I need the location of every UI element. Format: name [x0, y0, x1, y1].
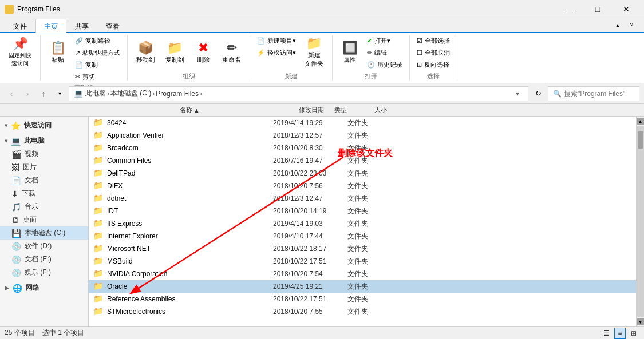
select-none-button[interactable]: ☐ 全部取消 — [414, 47, 452, 58]
recent-button[interactable]: ▾ — [53, 87, 66, 101]
search-icon: 🔍 — [553, 90, 562, 98]
table-row[interactable]: 📁 Internet Explorer 2019/4/10 17:44 文件夹 — [89, 230, 636, 242]
file-date: 2018/10/20 7:56 — [273, 182, 347, 190]
sidebar-item-music[interactable]: 🎵 音乐 — [0, 200, 88, 213]
scroll-track[interactable] — [637, 126, 644, 317]
col-date-header[interactable]: 修改日期 — [297, 106, 326, 114]
edit-button[interactable]: ✏ 编辑 — [365, 47, 405, 58]
close-button[interactable]: ✕ — [613, 0, 639, 18]
table-row[interactable]: 📁 Common Files 2016/7/16 19:47 文件夹 — [89, 154, 636, 167]
sidebar-this-pc-header[interactable]: ▾ 💻 此电脑 — [0, 134, 88, 147]
scroll-thumb[interactable] — [638, 131, 643, 149]
table-row[interactable]: 📁 IDT 2018/10/20 14:19 文件夹 — [89, 205, 636, 217]
list-view-button[interactable]: ☰ — [600, 328, 612, 339]
file-date: 2018/10/22 17:51 — [273, 257, 347, 265]
invert-selection-button[interactable]: ⊡ 反向选择 — [414, 59, 452, 70]
copy-path-button[interactable]: 🔗 复制路径 — [73, 35, 123, 46]
col-type-header[interactable]: 类型 — [332, 106, 349, 114]
file-date: 2018/12/3 12:57 — [273, 131, 347, 139]
breadcrumb-c-drive[interactable]: 本地磁盘 (C:) — [110, 89, 151, 98]
sidebar-item-pictures[interactable]: 🖼 图片 — [0, 161, 88, 174]
address-dropdown-button[interactable]: ▾ — [512, 87, 523, 101]
table-row[interactable]: 📁 STMicroelectronics 2018/10/20 7:55 文件夹 — [89, 305, 636, 318]
cut-icon: ✂ — [75, 73, 80, 81]
copy-to-button[interactable]: 📁 复制到 — [161, 35, 188, 70]
delete-button[interactable]: ✖ 删除 — [191, 35, 216, 70]
new-item-button[interactable]: 📄 新建项目▾ — [255, 35, 298, 46]
file-type: 文件夹 — [347, 169, 393, 178]
table-row[interactable]: 📁 Microsoft.NET 2018/10/22 18:17 文件夹 — [89, 242, 636, 255]
this-pc-label: 此电脑 — [24, 136, 45, 146]
tab-view[interactable]: 查看 — [97, 19, 128, 33]
sidebar-item-downloads[interactable]: ⬇ 下载 — [0, 187, 88, 200]
table-row[interactable]: 📁 MSBuild 2018/10/22 17:51 文件夹 — [89, 255, 636, 268]
grid-view-button[interactable]: ⊞ — [628, 328, 639, 339]
search-bar[interactable]: 🔍 — [548, 86, 639, 101]
address-bar[interactable]: 💻 此电脑 › 本地磁盘 (C:) › Program Files › ▾ — [69, 86, 528, 101]
breadcrumb-this-pc[interactable]: 此电脑 — [85, 89, 106, 98]
table-row[interactable]: 📁 DellTPad 2018/10/22 23:03 文件夹 — [89, 167, 636, 180]
file-date: 2018/12/3 12:47 — [273, 194, 347, 202]
folder-item-icon: 📁 — [93, 206, 104, 216]
up-button[interactable]: ↑ — [37, 87, 50, 101]
help-button[interactable]: ? — [626, 19, 637, 31]
sidebar-item-video[interactable]: 🎬 视频 — [0, 147, 88, 161]
history-button[interactable]: 🕐 历史记录 — [365, 59, 405, 70]
folder-item-icon: 📁 — [93, 155, 104, 166]
properties-button[interactable]: 🔲 属性 — [337, 35, 362, 70]
sidebar-item-d-drive[interactable]: 💿 软件 (D:) — [0, 240, 88, 253]
search-input[interactable] — [564, 90, 634, 98]
easy-access-button[interactable]: ⚡ 轻松访问▾ — [255, 47, 298, 58]
scroll-down-button[interactable]: ▼ — [637, 318, 644, 325]
copy-icon: 📄 — [75, 61, 83, 69]
table-row[interactable]: 📁 Oracle 2019/4/25 19:21 文件夹 — [89, 280, 636, 293]
move-to-button[interactable]: 📦 移动到 — [132, 35, 159, 70]
table-row[interactable]: 📁 NVIDIA Corporation 2018/10/20 7:54 文件夹 — [89, 268, 636, 280]
select-all-button[interactable]: ☑ 全部选择 — [414, 35, 452, 46]
maximize-button[interactable]: □ — [584, 0, 611, 18]
scroll-up-button[interactable]: ▲ — [637, 118, 644, 125]
sidebar-item-f-drive[interactable]: 💿 娱乐 (F:) — [0, 266, 88, 279]
sidebar-quick-access-header[interactable]: ▾ ⭐ 快速访问 — [0, 119, 88, 132]
col-size-header[interactable]: 大小 — [372, 106, 389, 114]
ribbon-group-new: 📄 新建项目▾ ⚡ 轻松访问▾ 📁 新建文件夹 新建 — [250, 35, 333, 81]
table-row[interactable]: 📁 Application Verifier 2018/12/3 12:57 文… — [89, 129, 636, 142]
scrollbar[interactable]: ▲ ▼ — [636, 117, 644, 326]
tab-file[interactable]: 文件 — [5, 19, 35, 33]
file-type: 文件夹 — [347, 206, 393, 216]
pin-to-quick-access-button[interactable]: 📌 固定到快速访问 — [5, 35, 35, 70]
new-folder-button[interactable]: 📁 新建文件夹 — [301, 35, 327, 70]
ribbon-collapse-button[interactable]: ▲ — [612, 19, 623, 31]
tab-share[interactable]: 共享 — [66, 19, 97, 33]
sidebar-network-header[interactable]: ▶ 🌐 网络 — [0, 281, 88, 294]
sidebar-item-c-drive[interactable]: 💾 本地磁盘 (C:) — [0, 226, 88, 240]
table-row[interactable]: 📁 DIFX 2018/10/20 7:56 文件夹 — [89, 180, 636, 192]
table-row[interactable]: 📁 IIS Express 2019/4/14 19:03 文件夹 — [89, 217, 636, 230]
sidebar-item-documents[interactable]: 📄 文档 — [0, 174, 88, 187]
rename-button[interactable]: ✏ 重命名 — [218, 35, 245, 70]
paste-button[interactable]: 📋 粘贴 — [45, 35, 70, 70]
table-row[interactable]: 📁 Broadcom 2018/10/20 8:30 文件夹 — [89, 142, 636, 154]
open-icon: ✔ — [367, 37, 372, 45]
breadcrumb-program-files[interactable]: Program Files — [156, 90, 199, 98]
title-bar: Program Files — □ ✕ — [0, 0, 644, 18]
open-button[interactable]: ✔ 打开▾ — [365, 35, 405, 46]
table-row[interactable]: 📁 30424 2019/4/14 19:29 文件夹 — [89, 117, 636, 129]
col-name-header[interactable]: 名称 ▲ — [177, 106, 202, 114]
copy-button[interactable]: 📄 复制 — [73, 59, 123, 70]
cut-button[interactable]: ✂ 剪切 — [73, 71, 123, 82]
detail-view-button[interactable]: ≡ — [614, 328, 626, 339]
move-to-icon: 📦 — [138, 42, 153, 54]
sidebar-item-e-drive[interactable]: 💿 文档 (E:) — [0, 253, 88, 266]
forward-button[interactable]: › — [21, 87, 34, 101]
table-row[interactable]: 📁 dotnet 2018/12/3 12:47 文件夹 — [89, 192, 636, 205]
file-type: 文件夹 — [347, 219, 393, 229]
sidebar-item-desktop[interactable]: 🖥 桌面 — [0, 213, 88, 226]
paste-shortcut-button[interactable]: ↗ 粘贴快捷方式 — [73, 47, 123, 58]
paste-shortcut-icon: ↗ — [75, 49, 80, 57]
minimize-button[interactable]: — — [556, 0, 582, 18]
table-row[interactable]: 📁 Reference Assemblies 2018/10/22 17:51 … — [89, 293, 636, 305]
refresh-button[interactable]: ↻ — [531, 86, 546, 101]
back-button[interactable]: ‹ — [5, 87, 18, 101]
tab-home[interactable]: 主页 — [35, 19, 66, 33]
